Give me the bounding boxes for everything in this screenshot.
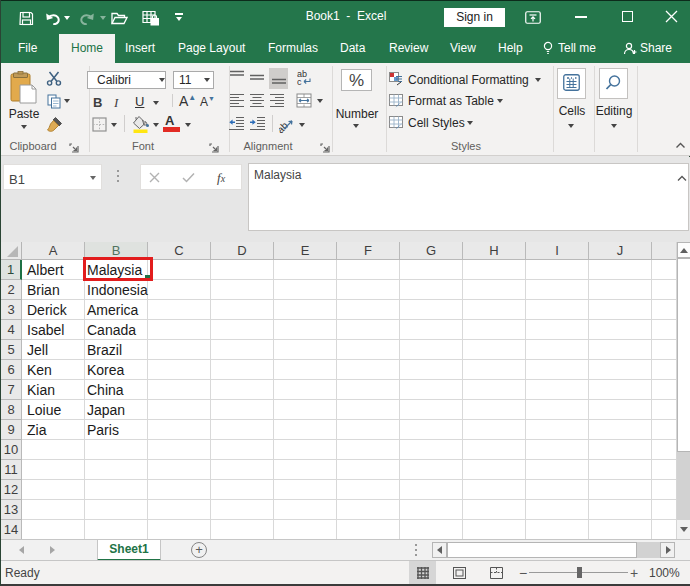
svg-text:c: c [297,77,302,86]
